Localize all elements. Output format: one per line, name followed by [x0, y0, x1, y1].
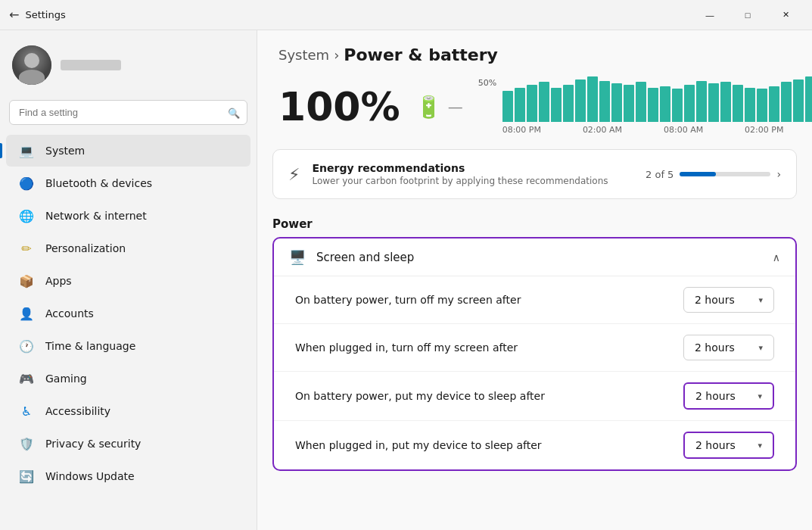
chart-bar — [527, 85, 537, 122]
battery-section: 100% 🔋 — 50% 08:00 PM 02:00 AM 08:00 AM … — [257, 76, 812, 137]
chart-bars — [502, 76, 812, 122]
sidebar-item-privacy[interactable]: 🛡️ Privacy & security — [6, 428, 250, 460]
chart-bar — [502, 91, 513, 122]
sidebar-item-network[interactable]: 🌐 Network & internet — [6, 200, 250, 232]
search-icon: 🔍 — [228, 107, 240, 118]
screen-sleep-title: Screen and sleep — [316, 251, 414, 264]
minimize-button[interactable]: — — [692, 3, 727, 27]
dropdown-chevron-3: ▾ — [758, 441, 762, 450]
sleep-dropdown-0[interactable]: 2 hours ▾ — [683, 287, 774, 313]
network-icon: 🌐 — [18, 207, 35, 224]
avatar-image — [12, 45, 51, 85]
panel-chevron-icon: ∧ — [773, 251, 780, 263]
sidebar: 🔍 💻 System 🔵 Bluetooth & devices 🌐 Netwo… — [0, 30, 257, 530]
chart-bar — [563, 85, 574, 122]
sidebar-item-update[interactable]: 🔄 Windows Update — [6, 460, 250, 492]
breadcrumb: System › Power & battery — [278, 45, 791, 64]
breadcrumb-parent[interactable]: System — [278, 47, 329, 63]
bluetooth-label: Bluetooth & devices — [45, 177, 152, 189]
energy-rec-content: ⚡ Energy recommendations Lower your carb… — [288, 162, 781, 186]
chart-bar — [720, 82, 731, 122]
sleep-row-3: When plugged in, put my device to sleep … — [274, 421, 795, 469]
sidebar-nav: 💻 System 🔵 Bluetooth & devices 🌐 Network… — [0, 134, 257, 493]
chart-bar — [587, 76, 598, 122]
gaming-icon: 🎮 — [18, 370, 35, 387]
dropdown-chevron-2: ▾ — [758, 391, 762, 401]
progress-bar-fill — [680, 172, 716, 176]
sleep-row-label-3: When plugged in, put my device to sleep … — [295, 439, 542, 451]
user-name — [61, 60, 121, 70]
energy-progress-area: 2 of 5 › — [646, 168, 781, 180]
accounts-icon: 👤 — [18, 305, 35, 322]
battery-chart: 50% 08:00 PM 02:00 AM 08:00 AM 02:00 PM … — [478, 76, 812, 137]
sleep-dropdown-2[interactable]: 2 hours ▾ — [683, 382, 774, 410]
time-icon: 🕐 — [18, 338, 35, 354]
personalization-icon: ✏️ — [18, 240, 35, 257]
personalization-label: Personalization — [45, 242, 126, 254]
search-input[interactable] — [9, 100, 247, 125]
sleep-row-label-2: On battery power, put my device to sleep… — [295, 390, 545, 402]
sidebar-item-bluetooth[interactable]: 🔵 Bluetooth & devices — [6, 167, 250, 199]
app-title: Settings — [25, 9, 65, 20]
sidebar-item-personalization[interactable]: ✏️ Personalization — [6, 232, 250, 264]
screen-sleep-icon: 🖥️ — [289, 249, 306, 265]
battery-percent: 100% — [278, 87, 400, 126]
sleep-value-1: 2 hours — [695, 341, 735, 354]
chart-bar — [660, 86, 670, 122]
chart-time-1: 02:00 AM — [583, 125, 622, 135]
energy-rec-card[interactable]: ⚡ Energy recommendations Lower your carb… — [272, 149, 797, 199]
sleep-value-0: 2 hours — [695, 294, 735, 306]
bluetooth-icon: 🔵 — [18, 175, 35, 192]
energy-rec-icon: ⚡ — [288, 165, 300, 184]
chart-bar — [696, 81, 707, 122]
sidebar-item-time[interactable]: 🕐 Time & language — [6, 330, 250, 362]
sleep-dropdown-1[interactable]: 2 hours ▾ — [683, 335, 774, 360]
sidebar-item-accessibility[interactable]: ♿ Accessibility — [6, 395, 250, 427]
chart-bar — [684, 85, 695, 122]
chart-bar — [745, 88, 755, 122]
accounts-label: Accounts — [45, 307, 94, 320]
chart-bar — [539, 82, 549, 122]
accessibility-icon: ♿ — [18, 403, 35, 419]
dropdown-chevron-0: ▾ — [758, 295, 763, 305]
sleep-row-1: When plugged in, turn off my screen afte… — [274, 324, 795, 372]
chart-bar — [793, 80, 804, 122]
user-profile — [0, 39, 257, 97]
update-icon: 🔄 — [18, 468, 35, 485]
sleep-row-2: On battery power, put my device to sleep… — [274, 372, 795, 421]
chart-bar — [575, 80, 586, 122]
screen-sleep-header[interactable]: 🖥️ Screen and sleep ∧ — [274, 238, 795, 276]
maximize-button[interactable]: □ — [730, 3, 765, 27]
search-box: 🔍 — [9, 100, 247, 125]
energy-rec-text: Energy recommendations Lower your carbon… — [312, 162, 633, 186]
chart-bar — [757, 89, 767, 122]
apps-label: Apps — [45, 275, 72, 287]
sleep-row-0: On battery power, turn off my screen aft… — [274, 276, 795, 324]
sidebar-item-apps[interactable]: 📦 Apps — [6, 265, 250, 297]
sleep-value-2: 2 hours — [695, 390, 736, 402]
sleep-row-label-1: When plugged in, turn off my screen afte… — [295, 341, 518, 354]
sidebar-item-accounts[interactable]: 👤 Accounts — [6, 298, 250, 329]
chart-bar — [805, 76, 812, 122]
chart-time-3: 02:00 PM — [745, 125, 783, 135]
screen-sleep-panel: 🖥️ Screen and sleep ∧ On battery power, … — [272, 237, 797, 471]
time-label: Time & language — [45, 340, 135, 352]
chart-bar — [636, 82, 646, 122]
back-icon[interactable]: ← — [9, 8, 19, 22]
title-bar-controls: — □ ✕ — [692, 3, 803, 27]
chart-bar — [769, 86, 779, 122]
chart-label-50: 50% — [478, 78, 496, 88]
battery-divider: — — [448, 98, 463, 116]
sleep-value-3: 2 hours — [695, 439, 736, 451]
system-label: System — [45, 145, 85, 157]
energy-rec-title: Energy recommendations — [312, 162, 633, 174]
apps-icon: 📦 — [18, 273, 35, 289]
main-container: 🔍 💻 System 🔵 Bluetooth & devices 🌐 Netwo… — [0, 30, 812, 530]
sleep-dropdown-3[interactable]: 2 hours ▾ — [683, 432, 774, 459]
chart-bar — [781, 82, 792, 122]
close-button[interactable]: ✕ — [768, 3, 803, 27]
sidebar-item-gaming[interactable]: 🎮 Gaming — [6, 363, 250, 394]
energy-rec-desc: Lower your carbon footprint by applying … — [312, 176, 633, 186]
content-header: System › Power & battery — [257, 30, 812, 76]
sidebar-item-system[interactable]: 💻 System — [6, 135, 250, 167]
